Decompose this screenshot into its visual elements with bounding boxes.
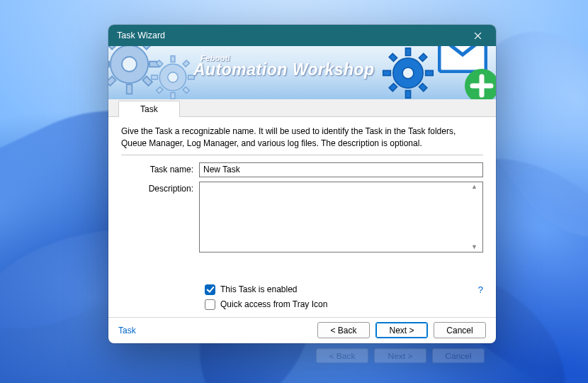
close-icon: [474, 32, 482, 40]
titlebar[interactable]: Task Wizard: [108, 25, 496, 46]
svg-point-1: [122, 57, 137, 72]
tabstrip: Task: [108, 99, 496, 117]
checkbox-unchecked-icon[interactable]: [205, 299, 215, 310]
content-area: Give the Task a recognizable name. It wi…: [108, 117, 496, 316]
svg-rect-12: [171, 56, 175, 62]
next-button[interactable]: Next >: [375, 322, 428, 338]
tab-task[interactable]: Task: [118, 101, 180, 117]
window-title: Task Wizard: [117, 30, 465, 40]
task-name-label: Task name:: [121, 162, 199, 174]
svg-rect-13: [171, 93, 175, 99]
description-input[interactable]: [199, 182, 483, 252]
divider: [121, 155, 483, 155]
help-link[interactable]: ?: [478, 284, 483, 295]
banner-product: Automation Workshop: [193, 60, 375, 79]
svg-rect-19: [157, 87, 163, 93]
close-button[interactable]: [465, 25, 490, 46]
enabled-checkbox-label: This Task is enabled: [220, 284, 298, 294]
svg-rect-23: [405, 91, 410, 99]
plus-circle-icon: [463, 67, 496, 99]
svg-rect-26: [389, 53, 397, 61]
quick-access-checkbox-label: Quick access from Tray Icon: [220, 299, 327, 309]
task-name-row: Task name:: [121, 162, 483, 177]
svg-rect-14: [152, 75, 158, 79]
quick-access-checkbox-row[interactable]: Quick access from Tray Icon: [205, 299, 483, 310]
svg-rect-24: [383, 70, 391, 75]
desktop-background: Task Wizard Febooti Autom: [0, 0, 588, 383]
svg-rect-29: [389, 84, 397, 91]
svg-rect-16: [157, 60, 163, 67]
svg-point-11: [168, 72, 178, 82]
cancel-button[interactable]: Cancel: [434, 322, 486, 338]
svg-rect-3: [127, 84, 132, 94]
reflection-cancel: Cancel: [432, 348, 485, 363]
svg-rect-8: [142, 46, 152, 50]
reflection-next: Next >: [374, 348, 426, 363]
description-row: Description: ▲▼: [121, 182, 483, 255]
task-name-input[interactable]: [199, 162, 483, 177]
svg-rect-25: [426, 70, 434, 75]
svg-rect-6: [108, 46, 116, 50]
task-wizard-window: Task Wizard Febooti Autom: [108, 25, 496, 343]
checkbox-checked-icon[interactable]: [205, 284, 215, 295]
window-reflection: < Back Next > Cancel: [316, 348, 485, 363]
breadcrumb[interactable]: Task: [118, 326, 312, 335]
banner: Febooti Automation Workshop: [108, 46, 496, 99]
svg-point-21: [402, 67, 414, 79]
svg-rect-4: [108, 62, 109, 67]
svg-rect-18: [183, 60, 189, 67]
reflection-back: < Back: [316, 348, 368, 363]
svg-rect-22: [405, 48, 410, 56]
footer: Task < Back Next > Cancel: [108, 317, 496, 343]
gear-icon: [377, 46, 439, 99]
svg-rect-28: [419, 53, 427, 61]
gear-icon: [147, 52, 198, 99]
instruction-text: Give the Task a recognizable name. It wi…: [121, 126, 483, 148]
enabled-checkbox-row[interactable]: This Task is enabled: [205, 284, 483, 295]
svg-rect-9: [108, 77, 116, 86]
back-button[interactable]: < Back: [317, 322, 370, 338]
description-label: Description:: [121, 182, 199, 194]
options-area: ? This Task is enabled Quick access from…: [121, 284, 483, 314]
svg-rect-27: [419, 84, 427, 91]
svg-rect-17: [183, 87, 189, 93]
